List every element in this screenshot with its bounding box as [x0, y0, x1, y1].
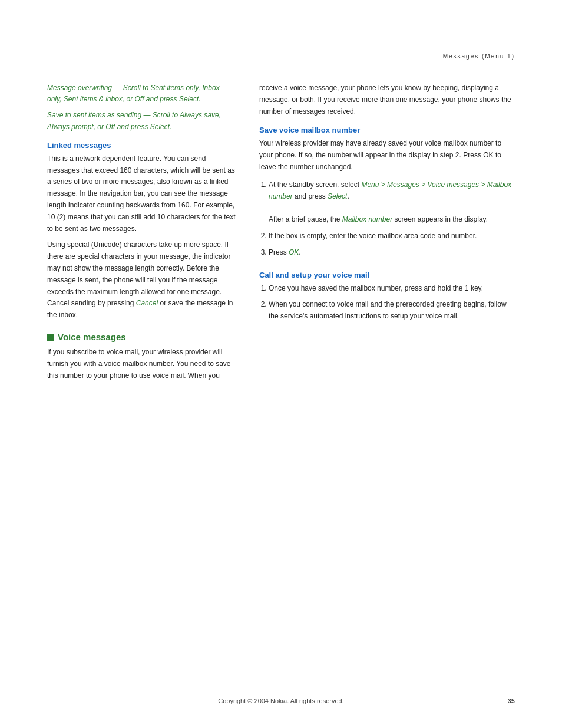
- linked-messages-heading: Linked messages: [47, 141, 236, 150]
- save-voice-mailbox-intro-text: Your wireless provider may have already …: [259, 138, 515, 173]
- footer: Copyright © 2004 Nokia. All rights reser…: [0, 697, 562, 704]
- message-overwriting-label: Message overwriting: [47, 84, 112, 92]
- linked-messages-body: This is a network dependent feature. You…: [47, 153, 236, 321]
- right-column: receive a voice message, your phone lets…: [259, 83, 515, 386]
- save-to-sent-label: Save to sent items as sending: [47, 111, 141, 119]
- green-square-icon: [47, 334, 54, 341]
- voice-messages-text: If you subscribe to voice mail, your wir…: [47, 347, 236, 381]
- voice-messages-continued: receive a voice message, your phone lets…: [259, 83, 515, 117]
- page-header-label: Messages (Menu 1): [443, 53, 515, 60]
- voice-messages-heading-label: Voice messages: [58, 332, 126, 342]
- left-column: Message overwriting — Scroll to Sent ite…: [47, 83, 236, 386]
- call-setup-step-1: Once you have saved the mailbox number, …: [269, 283, 515, 295]
- call-setup-heading: Call and setup your voice mail: [259, 271, 515, 279]
- linked-messages-p1: This is a network dependent feature. You…: [47, 153, 236, 235]
- save-step-2: If the box is empty, enter the voice mai…: [269, 230, 515, 242]
- voice-messages-heading: Voice messages: [47, 332, 236, 342]
- save-steps-list: At the standby screen, select Menu > Mes…: [269, 179, 515, 259]
- save-step-3: Press OK.: [269, 247, 515, 259]
- message-overwriting-paragraph: Message overwriting — Scroll to Sent ite…: [47, 83, 236, 105]
- save-voice-mailbox-intro: Your wireless provider may have already …: [259, 138, 515, 173]
- save-voice-mailbox-heading: Save voice mailbox number: [259, 126, 515, 134]
- save-step-1: At the standby screen, select Menu > Mes…: [269, 179, 515, 226]
- select-link-1: Select: [328, 192, 347, 200]
- linked-messages-p2: Using special (Unicode) characters take …: [47, 239, 236, 321]
- voice-messages-body-left: If you subscribe to voice mail, your wir…: [47, 347, 236, 381]
- save-to-sent-paragraph: Save to sent items as sending — Scroll t…: [47, 110, 236, 132]
- voice-messages-continued-text: receive a voice message, your phone lets…: [259, 83, 515, 117]
- footer-copyright: Copyright © 2004 Nokia. All rights reser…: [218, 697, 344, 704]
- ok-link-1: OK: [289, 248, 299, 256]
- call-setup-step-2: When you connect to voice mail and the p…: [269, 299, 515, 322]
- cancel-link: Cancel: [136, 299, 158, 307]
- menu-link-1: Menu > Messages > Voice messages > Mailb…: [269, 180, 511, 200]
- footer-page-number: 35: [508, 697, 515, 704]
- mailbox-number-link: Mailbox number: [342, 215, 392, 223]
- call-setup-steps-list: Once you have saved the mailbox number, …: [269, 283, 515, 322]
